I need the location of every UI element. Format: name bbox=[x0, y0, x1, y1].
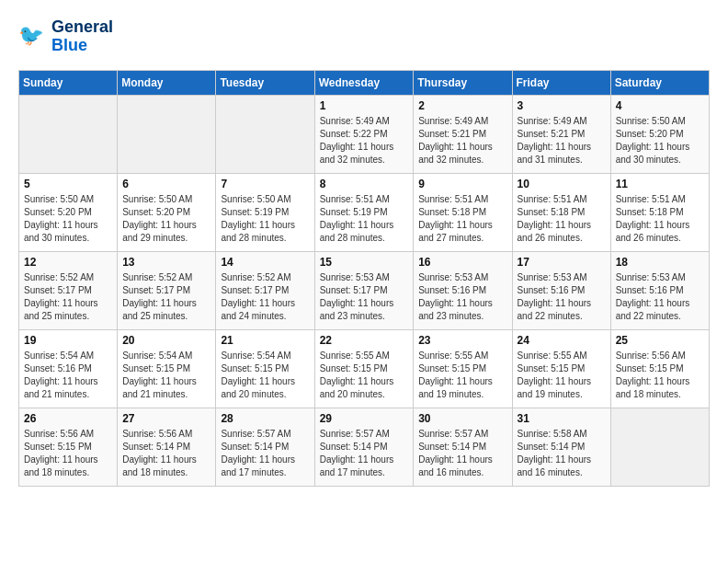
week-row-3: 12Sunrise: 5:52 AM Sunset: 5:17 PM Dayli… bbox=[19, 251, 710, 329]
day-cell: 1Sunrise: 5:49 AM Sunset: 5:22 PM Daylig… bbox=[314, 95, 414, 173]
day-cell: 2Sunrise: 5:49 AM Sunset: 5:21 PM Daylig… bbox=[414, 95, 512, 173]
day-info: Sunrise: 5:51 AM Sunset: 5:18 PM Dayligh… bbox=[616, 193, 704, 245]
day-cell: 10Sunrise: 5:51 AM Sunset: 5:18 PM Dayli… bbox=[512, 173, 610, 251]
day-info: Sunrise: 5:57 AM Sunset: 5:14 PM Dayligh… bbox=[320, 428, 409, 479]
day-number: 27 bbox=[122, 412, 210, 425]
day-cell: 12Sunrise: 5:52 AM Sunset: 5:17 PM Dayli… bbox=[19, 251, 118, 329]
day-number: 11 bbox=[616, 178, 704, 190]
day-cell: 30Sunrise: 5:57 AM Sunset: 5:14 PM Dayli… bbox=[414, 408, 512, 486]
day-number: 19 bbox=[24, 334, 112, 347]
day-info: Sunrise: 5:58 AM Sunset: 5:14 PM Dayligh… bbox=[518, 428, 606, 479]
week-row-1: 1Sunrise: 5:49 AM Sunset: 5:22 PM Daylig… bbox=[19, 95, 710, 173]
day-cell: 31Sunrise: 5:58 AM Sunset: 5:14 PM Dayli… bbox=[512, 408, 610, 486]
column-header-thursday: Thursday bbox=[414, 70, 512, 95]
day-cell: 19Sunrise: 5:54 AM Sunset: 5:16 PM Dayli… bbox=[19, 329, 118, 408]
day-cell: 16Sunrise: 5:53 AM Sunset: 5:16 PM Dayli… bbox=[414, 251, 512, 329]
day-cell: 22Sunrise: 5:55 AM Sunset: 5:15 PM Dayli… bbox=[314, 329, 414, 408]
calendar-body: 1Sunrise: 5:49 AM Sunset: 5:22 PM Daylig… bbox=[19, 95, 710, 486]
day-cell: 17Sunrise: 5:53 AM Sunset: 5:16 PM Dayli… bbox=[512, 251, 610, 329]
day-info: Sunrise: 5:50 AM Sunset: 5:20 PM Dayligh… bbox=[122, 193, 210, 245]
day-info: Sunrise: 5:54 AM Sunset: 5:15 PM Dayligh… bbox=[122, 350, 210, 401]
day-info: Sunrise: 5:50 AM Sunset: 5:20 PM Dayligh… bbox=[24, 193, 112, 245]
day-info: Sunrise: 5:54 AM Sunset: 5:16 PM Dayligh… bbox=[24, 350, 112, 401]
day-info: Sunrise: 5:53 AM Sunset: 5:16 PM Dayligh… bbox=[418, 271, 506, 323]
day-info: Sunrise: 5:55 AM Sunset: 5:15 PM Dayligh… bbox=[518, 350, 606, 401]
day-info: Sunrise: 5:49 AM Sunset: 5:22 PM Dayligh… bbox=[320, 115, 409, 167]
header-row: SundayMondayTuesdayWednesdayThursdayFrid… bbox=[19, 70, 710, 95]
day-cell: 26Sunrise: 5:56 AM Sunset: 5:15 PM Dayli… bbox=[19, 408, 118, 486]
week-row-2: 5Sunrise: 5:50 AM Sunset: 5:20 PM Daylig… bbox=[19, 173, 710, 251]
day-number: 26 bbox=[24, 412, 112, 425]
day-number: 18 bbox=[616, 256, 704, 269]
day-info: Sunrise: 5:55 AM Sunset: 5:15 PM Dayligh… bbox=[320, 350, 409, 401]
column-header-saturday: Saturday bbox=[610, 70, 709, 95]
day-cell bbox=[19, 95, 118, 173]
day-number: 3 bbox=[518, 99, 606, 112]
column-header-sunday: Sunday bbox=[19, 70, 118, 95]
day-number: 25 bbox=[616, 334, 704, 347]
day-cell: 29Sunrise: 5:57 AM Sunset: 5:14 PM Dayli… bbox=[314, 408, 414, 486]
day-cell: 27Sunrise: 5:56 AM Sunset: 5:14 PM Dayli… bbox=[118, 408, 216, 486]
logo: 🐦 General Blue bbox=[18, 18, 113, 55]
day-number: 31 bbox=[518, 412, 606, 425]
day-cell: 23Sunrise: 5:55 AM Sunset: 5:15 PM Dayli… bbox=[414, 329, 512, 408]
column-header-friday: Friday bbox=[512, 70, 610, 95]
day-info: Sunrise: 5:57 AM Sunset: 5:14 PM Dayligh… bbox=[418, 428, 506, 479]
day-cell: 20Sunrise: 5:54 AM Sunset: 5:15 PM Dayli… bbox=[118, 329, 216, 408]
day-cell: 7Sunrise: 5:50 AM Sunset: 5:19 PM Daylig… bbox=[216, 173, 314, 251]
week-row-4: 19Sunrise: 5:54 AM Sunset: 5:16 PM Dayli… bbox=[19, 329, 710, 408]
svg-text:🐦: 🐦 bbox=[18, 23, 44, 48]
day-cell: 3Sunrise: 5:49 AM Sunset: 5:21 PM Daylig… bbox=[512, 95, 610, 173]
day-info: Sunrise: 5:52 AM Sunset: 5:17 PM Dayligh… bbox=[221, 271, 309, 323]
day-number: 30 bbox=[418, 412, 506, 425]
day-number: 14 bbox=[221, 256, 309, 269]
day-info: Sunrise: 5:49 AM Sunset: 5:21 PM Dayligh… bbox=[418, 115, 506, 167]
day-number: 7 bbox=[221, 178, 309, 190]
day-number: 23 bbox=[418, 334, 506, 347]
day-number: 22 bbox=[320, 334, 409, 347]
day-number: 4 bbox=[616, 99, 704, 112]
page-header: 🐦 General Blue bbox=[18, 18, 710, 55]
day-info: Sunrise: 5:56 AM Sunset: 5:14 PM Dayligh… bbox=[122, 428, 210, 479]
day-info: Sunrise: 5:52 AM Sunset: 5:17 PM Dayligh… bbox=[24, 271, 112, 323]
day-info: Sunrise: 5:55 AM Sunset: 5:15 PM Dayligh… bbox=[418, 350, 506, 401]
day-info: Sunrise: 5:52 AM Sunset: 5:17 PM Dayligh… bbox=[122, 271, 210, 323]
day-number: 8 bbox=[320, 178, 409, 190]
day-info: Sunrise: 5:54 AM Sunset: 5:15 PM Dayligh… bbox=[221, 350, 309, 401]
day-cell: 4Sunrise: 5:50 AM Sunset: 5:20 PM Daylig… bbox=[610, 95, 709, 173]
day-info: Sunrise: 5:53 AM Sunset: 5:16 PM Dayligh… bbox=[616, 271, 704, 323]
day-cell bbox=[118, 95, 216, 173]
day-number: 16 bbox=[418, 256, 506, 269]
day-number: 28 bbox=[221, 412, 309, 425]
column-header-wednesday: Wednesday bbox=[314, 70, 414, 95]
day-number: 29 bbox=[320, 412, 409, 425]
day-info: Sunrise: 5:56 AM Sunset: 5:15 PM Dayligh… bbox=[24, 428, 112, 479]
day-number: 24 bbox=[518, 334, 606, 347]
day-info: Sunrise: 5:53 AM Sunset: 5:16 PM Dayligh… bbox=[518, 271, 606, 323]
day-number: 21 bbox=[221, 334, 309, 347]
column-header-tuesday: Tuesday bbox=[216, 70, 314, 95]
day-cell: 18Sunrise: 5:53 AM Sunset: 5:16 PM Dayli… bbox=[610, 251, 709, 329]
day-number: 17 bbox=[518, 256, 606, 269]
day-info: Sunrise: 5:50 AM Sunset: 5:19 PM Dayligh… bbox=[221, 193, 309, 245]
day-number: 1 bbox=[320, 99, 409, 112]
day-cell: 9Sunrise: 5:51 AM Sunset: 5:18 PM Daylig… bbox=[414, 173, 512, 251]
day-number: 15 bbox=[320, 256, 409, 269]
day-number: 9 bbox=[418, 178, 506, 190]
day-info: Sunrise: 5:53 AM Sunset: 5:17 PM Dayligh… bbox=[320, 271, 409, 323]
column-header-monday: Monday bbox=[118, 70, 216, 95]
day-cell: 21Sunrise: 5:54 AM Sunset: 5:15 PM Dayli… bbox=[216, 329, 314, 408]
day-info: Sunrise: 5:57 AM Sunset: 5:14 PM Dayligh… bbox=[221, 428, 309, 479]
day-number: 12 bbox=[24, 256, 112, 269]
day-cell: 8Sunrise: 5:51 AM Sunset: 5:19 PM Daylig… bbox=[314, 173, 414, 251]
day-cell: 14Sunrise: 5:52 AM Sunset: 5:17 PM Dayli… bbox=[216, 251, 314, 329]
day-cell: 24Sunrise: 5:55 AM Sunset: 5:15 PM Dayli… bbox=[512, 329, 610, 408]
calendar-header: SundayMondayTuesdayWednesdayThursdayFrid… bbox=[19, 70, 710, 95]
logo-text: General Blue bbox=[51, 18, 113, 55]
day-cell bbox=[216, 95, 314, 173]
day-cell bbox=[610, 408, 709, 486]
day-cell: 6Sunrise: 5:50 AM Sunset: 5:20 PM Daylig… bbox=[118, 173, 216, 251]
day-cell: 11Sunrise: 5:51 AM Sunset: 5:18 PM Dayli… bbox=[610, 173, 709, 251]
day-cell: 5Sunrise: 5:50 AM Sunset: 5:20 PM Daylig… bbox=[19, 173, 118, 251]
day-cell: 13Sunrise: 5:52 AM Sunset: 5:17 PM Dayli… bbox=[118, 251, 216, 329]
